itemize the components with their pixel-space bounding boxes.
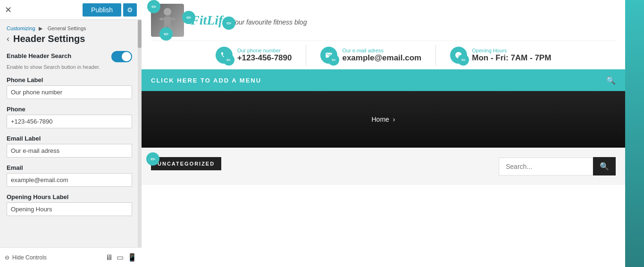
- header-info-section: ✏ Our phone number +123-456-7890 ✏ Our e…: [142, 41, 625, 69]
- phone-label: Phone: [7, 106, 132, 113]
- breadcrumb-home: Home: [371, 116, 389, 123]
- edit-email-pencil[interactable]: ✏: [328, 54, 339, 66]
- email-info-text: Our e-mail adress example@email.com: [342, 48, 421, 63]
- hide-controls-button[interactable]: ⊖ Hide Controls: [5, 254, 47, 261]
- back-button[interactable]: ‹: [7, 34, 9, 44]
- enable-search-toggle[interactable]: [111, 51, 132, 62]
- search-input[interactable]: [499, 158, 593, 175]
- phone-label-preview: Our phone number: [237, 48, 292, 53]
- phone-value-preview: +123-456-7890: [237, 53, 292, 63]
- top-bar: ✕ Publish ⚙: [0, 0, 142, 20]
- email-label-input[interactable]: [7, 144, 132, 158]
- hours-info-block: ✏ Opening Hours Mon - Fri: 7AM - 7PM: [436, 45, 565, 66]
- scrollbar-track[interactable]: [138, 20, 142, 247]
- category-badge[interactable]: UNCATEGORIZED: [151, 157, 221, 170]
- hours-info-text: Opening Hours Mon - Fri: 7AM - 7PM: [472, 48, 551, 63]
- edit-title-pencil[interactable]: ✏: [182, 11, 195, 24]
- nav-search-icon[interactable]: 🔍: [606, 76, 616, 85]
- email-input[interactable]: [7, 173, 132, 187]
- site-tagline: Your favourite fitness blog: [231, 18, 307, 26]
- edit-logo-pencil[interactable]: ✏: [147, 0, 160, 13]
- bottom-bar: ⊖ Hide Controls 🖥 ▭ 📱: [0, 247, 142, 267]
- publish-button[interactable]: Publish: [83, 3, 121, 17]
- scrollbar-thumb[interactable]: [138, 20, 142, 48]
- email-label-section: Email Label: [7, 135, 132, 158]
- svg-rect-1: [164, 17, 171, 26]
- hide-controls-label: Hide Controls: [12, 254, 47, 261]
- mobile-icon[interactable]: 📱: [127, 253, 137, 262]
- email-label: Email: [7, 164, 132, 171]
- email-value-preview: example@email.com: [342, 53, 421, 63]
- breadcrumb-customizing[interactable]: Customizing: [7, 25, 35, 31]
- device-icons: 🖥 ▭ 📱: [105, 253, 137, 262]
- edit-phone-pencil[interactable]: ✏: [223, 54, 234, 66]
- svg-point-0: [164, 8, 171, 16]
- enable-search-sublabel: Enable to show Search button in header.: [7, 64, 132, 70]
- edit-tagline-pencil[interactable]: ✏: [222, 17, 235, 30]
- edit-hours-pencil[interactable]: ✏: [458, 54, 469, 66]
- search-area: 🔍: [499, 157, 616, 175]
- close-button[interactable]: ✕: [5, 5, 12, 15]
- panel-content: Customizing ▶ General Settings ‹ Header …: [0, 20, 142, 247]
- hours-value-preview: Mon - Fri: 7AM - 7PM: [472, 53, 551, 63]
- nav-menu-text[interactable]: CLICK HERE TO ADD A MENU: [151, 77, 261, 84]
- right-edge-bar: [625, 0, 644, 267]
- phone-label-section: Phone Label: [7, 76, 132, 99]
- hours-label-label: Opening Hours Label: [7, 193, 132, 200]
- hours-label-section: Opening Hours Label: [7, 193, 132, 216]
- phone-info-text: Our phone number +123-456-7890: [237, 48, 292, 63]
- phone-label-input[interactable]: [7, 85, 132, 99]
- search-button[interactable]: 🔍: [593, 157, 616, 175]
- breadcrumb: Customizing ▶ General Settings: [7, 25, 132, 32]
- tablet-icon[interactable]: ▭: [117, 253, 124, 262]
- phone-info-block: ✏ Our phone number +123-456-7890: [201, 45, 307, 66]
- enable-search-label: Enable Header Search: [7, 52, 71, 59]
- breadcrumb-section: General Settings: [48, 25, 86, 31]
- edit-logo-pencil-2[interactable]: ✏: [159, 27, 173, 41]
- hero-area: Home ›: [142, 91, 625, 148]
- publish-area: Publish ⚙: [83, 3, 137, 17]
- site-header: ✏ ✏ ✏ FitLif: [142, 0, 625, 41]
- panel-title: Header Settings: [13, 33, 85, 44]
- phone-label-label: Phone Label: [7, 76, 132, 83]
- email-label-label: Email Label: [7, 135, 132, 142]
- gear-button[interactable]: ⚙: [123, 3, 137, 17]
- email-label-preview: Our e-mail adress: [342, 48, 421, 53]
- preview-panel: ✏ ✏ ✏ FitLif: [142, 0, 625, 267]
- hero-breadcrumb: Home ›: [371, 116, 395, 123]
- edit-content-pencil[interactable]: ✏: [146, 152, 159, 166]
- header-info-row: ✏ Our phone number +123-456-7890 ✏ Our e…: [151, 41, 616, 66]
- svg-rect-3: [171, 18, 176, 20]
- breadcrumb-arrow: ›: [393, 116, 395, 123]
- email-section: Email: [7, 164, 132, 187]
- content-area: ✏ UNCATEGORIZED 🔍: [142, 148, 625, 185]
- email-info-block: ✏ Our e-mail adress example@email.com: [306, 45, 436, 66]
- phone-input[interactable]: [7, 115, 132, 128]
- site-title-area: ✏ FitLife ✏ Your favourite fitness blog: [191, 13, 307, 28]
- hours-label-input[interactable]: [7, 202, 132, 216]
- nav-bar: CLICK HERE TO ADD A MENU 🔍: [142, 69, 625, 91]
- customizer-panel: ✕ Publish ⚙ Customizing ▶ General Settin…: [0, 0, 142, 267]
- svg-rect-2: [159, 18, 164, 20]
- enable-search-section: Enable Header Search Enable to show Sear…: [7, 51, 132, 70]
- breadcrumb-separator: ▶: [39, 25, 42, 31]
- phone-section: Phone: [7, 106, 132, 128]
- hours-label-preview: Opening Hours: [472, 48, 551, 53]
- desktop-icon[interactable]: 🖥: [105, 253, 113, 262]
- hide-controls-icon: ⊖: [5, 254, 9, 261]
